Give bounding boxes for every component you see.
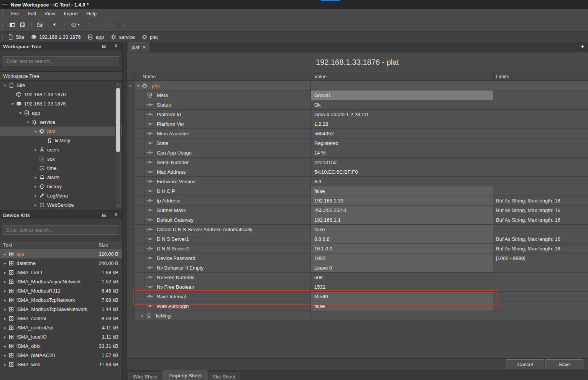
kit-row-iSMA_controlApi[interactable]: ▸iSMA_controlApi4.11 kB xyxy=(0,323,122,332)
kit-row-iSMA_localIO[interactable]: ▸iSMA_localIO1.11 kB xyxy=(0,332,122,341)
tree-item-users[interactable]: ▸users xyxy=(0,145,122,154)
expander-icon[interactable]: ▸ xyxy=(33,148,38,152)
property-value-cell[interactable]: Leave 0 xyxy=(311,263,493,273)
property-row-d-n-s-server2[interactable]: D N S Server216.1.0.0Buf As String, Max … xyxy=(127,244,588,253)
panel-splitter[interactable] xyxy=(123,42,127,380)
kit-row-iSMA_ModbusTcpSlaveNetwork[interactable]: ▸iSMA_ModbusTcpSlaveNetwork1.44 kB xyxy=(0,304,122,314)
property-row-nv-free-numeric[interactable]: Nv Free Numeric508 xyxy=(127,273,588,282)
property-name-cell[interactable]: Web Autologin xyxy=(135,301,311,311)
property-name-cell[interactable]: Save Interval xyxy=(135,292,311,301)
expander-icon[interactable]: ▸ xyxy=(33,175,38,179)
toolbar-grip[interactable] xyxy=(30,22,32,27)
property-name-cell[interactable]: Platform Id xyxy=(135,110,311,119)
property-name-cell[interactable]: Serial Number xyxy=(135,158,311,167)
expander-icon[interactable]: ▸ xyxy=(140,314,145,318)
device-kits-search-input[interactable] xyxy=(3,225,119,235)
tree-scrollbar[interactable]: ▲ ▼ xyxy=(115,81,121,209)
breadcrumb-item-192.168.1.33:1876[interactable]: 192.168.1.33:1876 xyxy=(30,34,80,40)
collapse-panel-icon[interactable] xyxy=(101,212,108,218)
breadcrumb-grip[interactable] xyxy=(2,34,4,39)
tab-plat[interactable]: plat ✕ xyxy=(128,42,149,52)
history-button[interactable]: ▾ xyxy=(70,20,80,30)
property-value-cell[interactable]: false xyxy=(311,301,493,311)
property-name-cell[interactable]: ▾plat xyxy=(135,81,311,90)
kit-row-iSMA_ModbusRJ12[interactable]: ▸iSMA_ModbusRJ126.46 kB xyxy=(0,286,122,295)
tab-wire-sheet[interactable]: Wire Sheet xyxy=(128,372,163,380)
expander-icon[interactable]: ▸ xyxy=(2,326,8,330)
kit-row-iSMA_DALI[interactable]: ▸iSMA_DALI1.68 kB xyxy=(0,268,122,277)
expander-icon[interactable]: ▸ xyxy=(2,335,8,339)
property-name-cell[interactable]: Mem Available xyxy=(135,129,311,138)
layout-button[interactable] xyxy=(7,20,17,30)
column-value[interactable]: Value xyxy=(311,72,494,81)
property-name-cell[interactable]: Cpu App Usage xyxy=(135,148,311,158)
column-name[interactable]: Name xyxy=(135,72,311,81)
cancel-button[interactable]: Cancel xyxy=(506,359,544,369)
kit-row-sys[interactable]: ▸sys320.00 B xyxy=(0,249,122,258)
tree-item-sox[interactable]: Ssox xyxy=(0,154,122,163)
pin-icon[interactable] xyxy=(112,212,119,218)
property-name-cell[interactable]: D N S Server2 xyxy=(135,244,311,253)
property-name-cell[interactable]: Ip Address xyxy=(135,196,311,206)
kit-row-iSMA_obix[interactable]: ▸iSMA_obix33.31 kB xyxy=(0,341,122,350)
property-row-cpu-app-usage[interactable]: Cpu App Usage14 % xyxy=(127,148,588,158)
property-row-platform-ver[interactable]: Platform Ver1.2.28 xyxy=(127,119,588,129)
property-name-cell[interactable]: D N S Server1 xyxy=(135,234,311,244)
pin-icon[interactable] xyxy=(112,43,119,49)
menubar-grip[interactable] xyxy=(2,11,4,16)
property-row-platform-id[interactable]: Platform Idisma-b-aac20-1.2.28.111 xyxy=(127,110,588,119)
expander-icon[interactable]: ▸ xyxy=(2,362,8,367)
property-name-cell[interactable]: Firmware Version xyxy=(135,177,311,186)
property-row-subnet-mask[interactable]: Subnet Mask255.255.252.0Buf As String, M… xyxy=(127,206,588,215)
property-row-status[interactable]: StatusOk xyxy=(127,100,588,110)
save-button[interactable]: Save xyxy=(545,359,583,369)
undo-button[interactable] xyxy=(84,20,95,30)
property-row-nv-free-boolean[interactable]: Nv Free Boolean1532 xyxy=(127,282,588,292)
property-value-cell[interactable]: false xyxy=(311,225,493,234)
workspace-tree-search-input[interactable] xyxy=(3,56,119,66)
expander-icon[interactable]: ▸ xyxy=(2,316,8,321)
property-name-cell[interactable]: State xyxy=(135,138,311,148)
expander-icon[interactable]: ▸ xyxy=(2,252,8,256)
device-kits-column-header[interactable]: Text Size xyxy=(0,240,122,249)
tree-item-192.168.1.33:1876[interactable]: 192.168.1.33:1876 xyxy=(0,90,122,99)
property-value-cell[interactable]: Min60 xyxy=(311,292,493,301)
workspace-tree-column-header[interactable]: Workspace Tree xyxy=(0,71,122,81)
property-name-cell[interactable]: Status xyxy=(135,100,311,110)
property-name-cell[interactable]: Nv Free Boolean xyxy=(135,282,311,292)
kit-row-iSMA_ModbusAsyncNetwork[interactable]: ▸iSMA_ModbusAsyncNetwork1.52 kB xyxy=(0,277,122,286)
column-limits[interactable]: Limits xyxy=(494,72,588,81)
expander-icon[interactable]: ▸ xyxy=(2,353,8,357)
expander-icon[interactable]: ▸ xyxy=(2,307,8,311)
tree-item-logmana[interactable]: ▸LogMana xyxy=(0,191,122,200)
property-name-cell[interactable]: ▸licMngr xyxy=(135,311,311,321)
expander-icon[interactable]: ▸ xyxy=(33,184,38,189)
menu-help[interactable]: Help xyxy=(82,9,101,18)
tree-item-licmngr[interactable]: licMngr xyxy=(0,136,122,145)
expander-icon[interactable]: ▾ xyxy=(136,84,141,88)
expander-icon[interactable]: ▸ xyxy=(2,261,8,265)
collapse-panel-icon[interactable] xyxy=(101,43,108,49)
kit-row-iSMA_ModbusTcpNetwork[interactable]: ▸iSMA_ModbusTcpNetwork7.68 kB xyxy=(0,295,122,304)
property-value-cell[interactable]: 192.168.1.33 xyxy=(311,196,493,206)
toolbar-grip[interactable] xyxy=(2,22,4,27)
tab-slot-sheet[interactable]: Slot Sheet xyxy=(207,372,240,380)
breadcrumb-item-app[interactable]: app xyxy=(87,34,104,40)
expander-icon[interactable]: ▸ xyxy=(2,280,8,284)
property-name-cell[interactable]: D H C P xyxy=(135,186,311,196)
property-value-cell[interactable]: false xyxy=(311,186,493,196)
property-value-cell[interactable]: 8.8.8.8 xyxy=(311,234,493,244)
kit-row-iSMA_web[interactable]: ▸iSMA_web11.94 kB xyxy=(0,360,122,369)
kit-row-iSMA_control[interactable]: ▸iSMA_control8.59 kB xyxy=(0,314,122,323)
property-row-meta[interactable]: MetaGroup1 xyxy=(127,90,588,100)
property-row-nv-behavior-if-empty[interactable]: Nv Behavior If EmptyLeave 0 xyxy=(127,263,588,273)
property-name-cell[interactable]: Nv Behavior If Empty xyxy=(135,263,311,273)
property-row-licmngr[interactable]: ▸licMngr xyxy=(127,311,588,321)
expander-icon[interactable]: ▾ xyxy=(18,111,23,115)
property-row-state[interactable]: StateRegistered xyxy=(127,138,588,148)
scrollbar-thumb[interactable] xyxy=(116,88,120,152)
expander-icon[interactable]: ▸ xyxy=(2,289,8,293)
property-name-cell[interactable]: Mac Address xyxy=(135,167,311,177)
tree-item-service[interactable]: ▾service xyxy=(0,117,122,127)
expander-icon[interactable]: ▸ xyxy=(2,298,8,302)
